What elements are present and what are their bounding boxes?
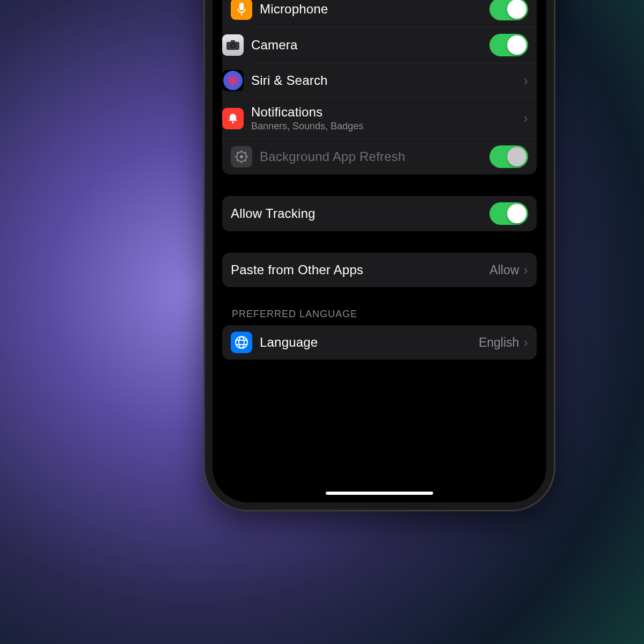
label-col: Siri & Search <box>251 73 523 88</box>
microphone-label: Microphone <box>260 2 489 17</box>
language-label: Language <box>260 335 479 350</box>
svg-line-14 <box>245 160 246 162</box>
language-header: Preferred Language <box>232 309 527 320</box>
svg-line-13 <box>237 152 238 153</box>
bg-refresh-label: Background App Refresh <box>260 149 489 164</box>
svg-rect-0 <box>239 3 244 10</box>
permissions-group: Microphone Camera Siri & Search <box>222 0 537 174</box>
paste-row[interactable]: Paste from Other Apps Allow › <box>222 253 537 287</box>
label-col: Camera <box>251 38 489 53</box>
microphone-icon <box>231 0 252 20</box>
paste-group: Paste from Other Apps Allow › <box>222 253 537 287</box>
label-col: Allow Tracking <box>231 206 489 221</box>
camera-label: Camera <box>251 38 489 53</box>
chevron-icon: › <box>523 72 528 89</box>
notifications-icon <box>222 108 244 129</box>
camera-icon <box>222 34 244 56</box>
svg-point-18 <box>239 336 244 348</box>
paste-value: Allow <box>489 263 519 277</box>
siri-icon <box>222 70 244 91</box>
language-row[interactable]: Language English › <box>222 325 537 360</box>
label-col: Microphone <box>260 2 489 17</box>
notifications-label: Notifications <box>251 105 523 120</box>
tracking-toggle[interactable] <box>489 202 528 225</box>
chevron-icon: › <box>523 334 528 351</box>
svg-point-6 <box>232 121 234 123</box>
svg-point-17 <box>236 336 247 348</box>
bg-refresh-row: Background App Refresh <box>222 138 537 174</box>
camera-row[interactable]: Camera <box>251 27 537 63</box>
paste-label: Paste from Other Apps <box>231 262 489 277</box>
phone-frame: Microphone Camera Siri & Search <box>205 0 554 510</box>
chevron-icon: › <box>523 110 528 127</box>
svg-line-16 <box>245 152 246 153</box>
camera-toggle[interactable] <box>489 34 528 56</box>
language-value: English <box>479 335 519 350</box>
microphone-row[interactable]: Microphone <box>222 0 537 27</box>
gear-icon <box>231 146 252 167</box>
tracking-label: Allow Tracking <box>231 206 489 221</box>
siri-label: Siri & Search <box>251 73 523 88</box>
settings-screen: Microphone Camera Siri & Search <box>213 0 546 502</box>
notifications-sublabel: Banners, Sounds, Badges <box>251 121 523 132</box>
siri-row[interactable]: Siri & Search › <box>251 63 537 98</box>
label-col: Background App Refresh <box>260 149 489 164</box>
svg-rect-3 <box>231 40 235 43</box>
home-indicator[interactable] <box>326 492 433 495</box>
tracking-group: Allow Tracking <box>222 196 537 231</box>
tracking-row[interactable]: Allow Tracking <box>222 196 537 231</box>
bg-refresh-toggle <box>489 145 528 168</box>
language-group: Language English › <box>222 325 537 360</box>
notifications-row[interactable]: Notifications Banners, Sounds, Badges › <box>251 98 537 138</box>
svg-point-8 <box>240 155 243 158</box>
label-col: Notifications Banners, Sounds, Badges <box>251 105 523 132</box>
microphone-toggle[interactable] <box>489 0 528 20</box>
svg-point-5 <box>231 44 235 47</box>
label-col: Paste from Other Apps <box>231 262 489 277</box>
label-col: Language <box>260 335 479 350</box>
globe-icon <box>231 332 252 353</box>
chevron-icon: › <box>523 262 528 279</box>
svg-line-15 <box>237 160 238 162</box>
